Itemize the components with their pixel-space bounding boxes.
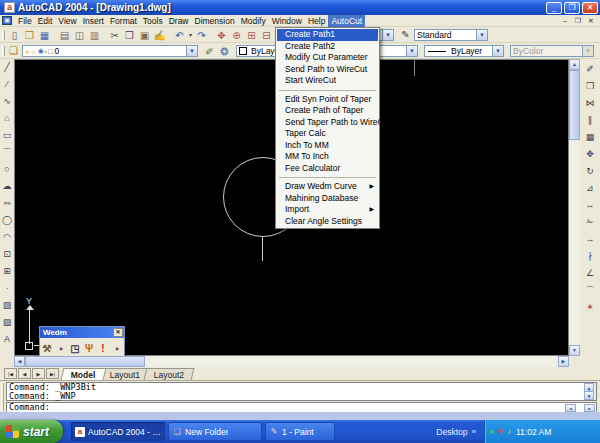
menu-item[interactable]: View <box>55 15 79 27</box>
trim-icon[interactable]: ✁ <box>584 214 597 231</box>
wedm-warning-icon[interactable]: ! <box>97 343 109 355</box>
make-block-icon[interactable]: ⊞ <box>1 263 14 280</box>
tray-icon-1[interactable]: ● <box>489 427 494 436</box>
menu-item-modify-cut-parameter[interactable]: Modify Cut Parameter <box>277 52 378 64</box>
menu-item[interactable]: Format <box>107 15 140 27</box>
dropdown-arrow-icon[interactable]: ▼ <box>382 30 393 40</box>
taskbar-task-paint[interactable]: ✎ 1 - Paint <box>265 422 335 441</box>
menu-item-clear-angle-settings[interactable]: Clear Angle Settings <box>277 216 378 228</box>
explode-icon[interactable]: ✶ <box>584 299 597 316</box>
toolbar-grip[interactable] <box>2 30 5 40</box>
tray-icon-3[interactable]: ♪ <box>507 427 511 436</box>
tab-layout2[interactable]: Layout2 <box>143 368 194 380</box>
fillet-icon[interactable]: ⌒ <box>584 282 597 299</box>
spline-icon[interactable]: ∾ <box>1 195 14 212</box>
tab-nav-button[interactable]: ▶ <box>32 368 45 379</box>
plot-icon[interactable]: ▤ <box>57 29 72 42</box>
drawn-line-segment[interactable] <box>414 60 415 76</box>
revision-cloud-icon[interactable]: ☁ <box>1 178 14 195</box>
layer-previous-icon[interactable]: ❂ <box>217 45 232 58</box>
rotate-icon[interactable]: ↻ <box>584 163 597 180</box>
scroll-down-icon[interactable]: ▼ <box>569 345 580 356</box>
layer-on-bulb-icon[interactable]: ● <box>25 48 29 55</box>
dim-style-combo[interactable]: Standard ▼ <box>414 29 488 41</box>
menu-item[interactable]: Window <box>269 15 305 27</box>
tab-layout1[interactable]: Layout1 <box>99 368 150 380</box>
wedm-tool6-icon[interactable]: ▪ <box>111 343 123 355</box>
publish-icon[interactable]: ▥ <box>87 29 102 42</box>
cut-icon[interactable]: ✂ <box>107 29 122 42</box>
menu-item-start-wirecut[interactable]: Start WireCut <box>277 75 378 87</box>
ellipse-icon[interactable]: ◯ <box>1 212 14 229</box>
wedm-tool3-icon[interactable]: ◳ <box>69 343 81 355</box>
menu-item-autocut[interactable]: AutoCut <box>328 15 365 27</box>
menu-item-create-path1[interactable]: Create Path1 <box>277 29 378 41</box>
dim-style-icon[interactable]: ✎ <box>398 28 413 41</box>
insert-block-icon[interactable]: ⊡ <box>1 246 14 263</box>
menu-item-mahining-database[interactable]: Mahining Database <box>277 193 378 205</box>
menu-item-draw-wedm-curve[interactable]: Draw Wedm Curve ▶ <box>277 181 378 193</box>
redo-icon[interactable]: ↷ <box>194 29 209 42</box>
zoom-previous-icon[interactable]: ⊟ <box>259 29 274 42</box>
menu-item-edit-syn-point-of-taper[interactable]: Edit Syn Point of Taper <box>277 94 378 106</box>
menu-separator[interactable] <box>279 177 376 178</box>
tab-nav-button[interactable]: |◀ <box>4 368 17 379</box>
region-icon[interactable]: ▧ <box>1 314 14 331</box>
scale-icon[interactable]: ⊿ <box>584 180 597 197</box>
lineweight-combo[interactable]: ByLayer ▼ <box>424 45 504 57</box>
tab-model[interactable]: Model <box>61 368 107 380</box>
wedm-tool4-icon[interactable]: Ψ <box>83 343 95 355</box>
break-icon[interactable]: ∤ <box>584 248 597 265</box>
menu-item-import[interactable]: Import ▶ <box>277 204 378 216</box>
desktop-label[interactable]: Desktop <box>436 427 467 437</box>
start-button[interactable]: start <box>0 420 63 443</box>
menu-item-create-path-of-taper[interactable]: Create Path of Taper <box>277 105 378 117</box>
command-scrollbar[interactable]: ▲ ▼ <box>585 383 596 400</box>
scroll-down-icon[interactable]: ▼ <box>584 391 594 400</box>
maximize-button[interactable]: ❐ <box>564 2 580 14</box>
arc-icon[interactable]: ⌒ <box>1 144 14 161</box>
menu-item[interactable]: File <box>15 15 35 27</box>
vertical-scroll-thumb[interactable] <box>569 70 580 140</box>
menu-item[interactable]: Draw <box>166 15 192 27</box>
clock[interactable]: 11:02 AM <box>516 427 551 437</box>
child-close-button[interactable]: ✕ <box>586 17 596 25</box>
menu-item-inch-to-mm[interactable]: Inch To MM <box>277 140 378 152</box>
horizontal-scrollbar[interactable]: ◀ ▶ <box>14 356 569 367</box>
taskbar-task-autocad[interactable]: a AutoCAD 2004 - [Dra... <box>71 422 165 441</box>
menu-item[interactable]: Help <box>305 15 328 27</box>
scroll-right-icon[interactable]: ▶ <box>584 404 595 412</box>
undo-icon[interactable]: ↶ <box>172 29 187 42</box>
dropdown-arrow-icon[interactable]: ▼ <box>186 46 197 56</box>
rectangle-icon[interactable]: ▭ <box>1 127 14 144</box>
wedm-title-bar[interactable]: Wedm ✕ <box>40 327 124 338</box>
paste-icon[interactable]: ▣ <box>137 29 152 42</box>
dropdown-arrow-icon[interactable]: ▼ <box>476 30 487 40</box>
dropdown-arrow-icon[interactable]: ▼ <box>492 46 503 56</box>
menu-item-create-path2[interactable]: Create Path2 <box>277 41 378 53</box>
drawn-line[interactable] <box>262 237 263 261</box>
copy-object-icon[interactable]: ❒ <box>584 78 597 95</box>
mirror-icon[interactable]: ⋈ <box>584 95 597 112</box>
new-icon[interactable]: ▯ <box>7 29 22 42</box>
erase-icon[interactable]: ✐ <box>584 61 597 78</box>
scroll-up-icon[interactable]: ▲ <box>569 59 580 70</box>
offset-icon[interactable]: ∥ <box>584 112 597 129</box>
menu-item[interactable]: Modify <box>238 15 269 27</box>
match-properties-icon[interactable]: ✍ <box>152 29 167 42</box>
menu-item-send-path-to-wirecut[interactable]: Send Path to WireCut <box>277 64 378 76</box>
tab-nav-button[interactable]: ▶| <box>46 368 59 379</box>
hatch-icon[interactable]: ▨ <box>1 297 14 314</box>
array-icon[interactable]: ▦ <box>584 129 597 146</box>
zoom-realtime-icon[interactable]: ⊕ <box>229 29 244 42</box>
layer-properties-icon[interactable]: ❏ <box>6 44 21 57</box>
tray-icon-2[interactable]: ❖ <box>497 427 504 436</box>
menu-separator[interactable] <box>279 90 376 91</box>
point-icon[interactable]: ∙ <box>1 280 14 297</box>
copy-icon[interactable]: ❒ <box>122 29 137 42</box>
child-restore-button[interactable]: ❐ <box>573 17 583 25</box>
move-icon[interactable]: ✥ <box>584 146 597 163</box>
circle-icon[interactable]: ○ <box>1 161 14 178</box>
zoom-window-icon[interactable]: ⊞ <box>244 29 259 42</box>
scroll-left-icon[interactable]: ◀ <box>565 404 576 412</box>
